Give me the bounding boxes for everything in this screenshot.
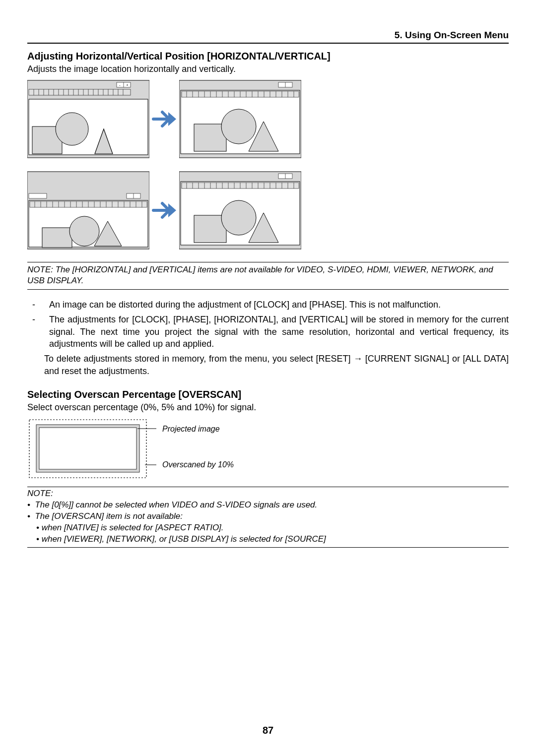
diagram-centered-2 xyxy=(179,171,301,250)
svg-rect-82 xyxy=(42,228,72,248)
note2-head: NOTE: xyxy=(27,488,509,500)
bullet-sub-text: To delete adjustments stored in memory, … xyxy=(44,353,509,377)
list-item: - The adjustments for [CLOCK], [PHASE], … xyxy=(27,314,509,350)
diagram-svg-1: -+ xyxy=(27,79,149,159)
overscan-svg xyxy=(27,418,156,480)
note2-line1: • The [0[%]] cannot be selected when VID… xyxy=(27,500,509,511)
overscan-diagram: Projected image Overscaned by 10% xyxy=(27,418,236,480)
diagram-svg-3 xyxy=(27,171,149,250)
diagram-left-offset: -+ xyxy=(27,79,149,159)
diagram-bottom-offset xyxy=(27,171,149,250)
bullet-dash: - xyxy=(27,299,49,311)
arrow-icon xyxy=(149,105,179,133)
note-2: NOTE: • The [0[%]] cannot be selected wh… xyxy=(27,487,509,548)
section1-intro: Adjusts the image location horizontally … xyxy=(27,64,509,74)
diagram-svg-4 xyxy=(179,171,301,250)
horizontal-diagram-row: -+ xyxy=(27,79,509,159)
bullet-dash: - xyxy=(27,314,49,350)
svg-marker-85 xyxy=(168,203,176,217)
diagram-svg-2 xyxy=(179,79,301,159)
page-number: 87 xyxy=(0,725,536,736)
bullet-text-1: An image can be distorted during the adj… xyxy=(49,299,509,311)
list-item: - An image can be distorted during the a… xyxy=(27,299,509,311)
bullet-text-2: The adjustments for [CLOCK], [PHASE], [H… xyxy=(49,314,509,350)
svg-point-55 xyxy=(221,109,256,144)
section2-intro: Select overscan percentage (0%, 5% and 1… xyxy=(27,402,509,413)
section-header: 5. Using On-Screen Menu xyxy=(395,30,509,40)
svg-rect-115 xyxy=(39,428,136,469)
section1-title: Adjusting Horizontal/Vertical Position [… xyxy=(27,51,509,62)
section-header-line: 5. Using On-Screen Menu xyxy=(27,30,509,44)
note2-line2b: • when [VIEWER], [NETWORK], or [USB DISP… xyxy=(27,534,509,545)
vertical-diagram-row xyxy=(27,171,509,250)
svg-text:+: + xyxy=(126,83,129,87)
note2-line2: • The [OVERSCAN] item is not available: xyxy=(27,511,509,522)
svg-point-111 xyxy=(221,200,256,235)
section2-title: Selecting Overscan Percentage [OVERSCAN] xyxy=(27,389,509,400)
page: 5. Using On-Screen Menu Adjusting Horizo… xyxy=(0,0,536,756)
arrow-right-icon xyxy=(150,196,178,224)
note-1: NOTE: The [HORIZONTAL] and [VERTICAL] it… xyxy=(27,262,509,290)
bullet-list: - An image can be distorted during the a… xyxy=(27,299,509,377)
svg-point-27 xyxy=(56,113,88,145)
projected-image-label: Projected image xyxy=(162,425,220,434)
diagram-centered-1 xyxy=(179,79,301,159)
overscanned-label: Overscaned by 10% xyxy=(162,460,234,469)
svg-point-83 xyxy=(69,216,99,246)
svg-rect-59 xyxy=(29,193,47,198)
svg-marker-29 xyxy=(168,112,176,126)
arrow-right-icon xyxy=(150,105,178,133)
note2-line2a: • when [NATIVE] is selected for [ASPECT … xyxy=(27,522,509,534)
arrow-icon-2 xyxy=(149,196,179,224)
svg-text:-: - xyxy=(119,83,121,87)
svg-rect-6 xyxy=(29,89,131,95)
